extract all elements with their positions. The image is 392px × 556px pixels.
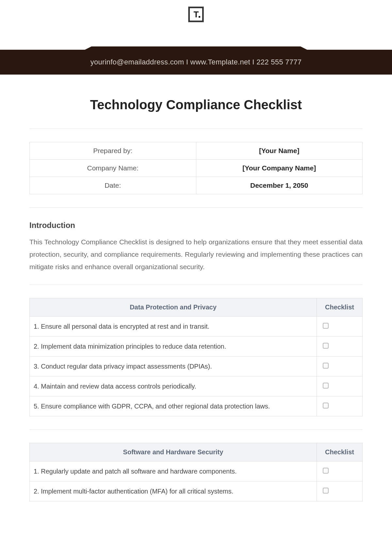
- table-row: 4. Maintain and review data access contr…: [30, 376, 363, 396]
- banner-phone: 222 555 7777: [256, 58, 302, 66]
- checkbox-icon[interactable]: [323, 343, 329, 349]
- checklist-cell: [317, 376, 363, 396]
- column-header: Checklist: [317, 298, 363, 317]
- checklist-item-text: 1. Ensure all personal data is encrypted…: [30, 317, 317, 337]
- checklist-cell: [317, 481, 363, 501]
- table-row: 2. Implement multi-factor authentication…: [30, 481, 363, 501]
- meta-value: December 1, 2050: [196, 177, 363, 194]
- divider: [29, 429, 363, 430]
- table-row: Company Name: [Your Company Name]: [30, 160, 363, 177]
- table-header-row: Data Protection and Privacy Checklist: [30, 298, 363, 317]
- logo-letter: T: [190, 8, 202, 21]
- checklist-item-text: 1. Regularly update and patch all softwa…: [30, 461, 317, 481]
- checklist-cell: [317, 337, 363, 356]
- divider: [29, 129, 363, 129]
- checkbox-icon[interactable]: [323, 323, 329, 329]
- divider: [29, 207, 363, 208]
- intro-heading: Introduction: [29, 221, 363, 230]
- banner-email: yourinfo@emailaddress.com: [90, 58, 184, 66]
- logo-area: T: [0, 0, 392, 37]
- checkbox-icon[interactable]: [323, 363, 329, 369]
- table-row: 3. Conduct regular data privacy impact a…: [30, 356, 363, 376]
- column-header: Data Protection and Privacy: [30, 298, 317, 317]
- checkbox-icon[interactable]: [323, 488, 329, 494]
- header-banner: yourinfo@emailaddress.com I www.Template…: [0, 50, 392, 75]
- checkbox-icon[interactable]: [323, 403, 329, 408]
- meta-label: Prepared by:: [30, 142, 196, 160]
- checklist-item-text: 3. Conduct regular data privacy impact a…: [30, 356, 317, 376]
- banner-sep: I: [184, 58, 190, 66]
- banner-sep2: I: [250, 58, 256, 66]
- checklist-item-text: 5. Ensure compliance with GDPR, CCPA, an…: [30, 396, 317, 416]
- checklist-cell: [317, 461, 363, 481]
- checklist-table-2: Software and Hardware Security Checklist…: [29, 443, 363, 501]
- table-row: 1. Ensure all personal data is encrypted…: [30, 317, 363, 337]
- banner-contact-line: yourinfo@emailaddress.com I www.Template…: [90, 58, 302, 66]
- checklist-cell: [317, 317, 363, 337]
- column-header: Software and Hardware Security: [30, 443, 317, 461]
- checklist-item-text: 4. Maintain and review data access contr…: [30, 376, 317, 396]
- table-row: 5. Ensure compliance with GDPR, CCPA, an…: [30, 396, 363, 416]
- meta-table: Prepared by: [Your Name] Company Name: […: [29, 142, 363, 194]
- table-row: 1. Regularly update and patch all softwa…: [30, 461, 363, 481]
- banner-notch-right: [301, 46, 307, 50]
- checklist-cell: [317, 396, 363, 416]
- checkbox-icon[interactable]: [323, 383, 329, 389]
- meta-label: Date:: [30, 177, 196, 194]
- table-row: 2. Implement data minimization principle…: [30, 337, 363, 356]
- checklist-item-text: 2. Implement data minimization principle…: [30, 337, 317, 356]
- logo-icon: T: [188, 7, 204, 22]
- column-header: Checklist: [317, 443, 363, 461]
- checklist-cell: [317, 356, 363, 376]
- meta-label: Company Name:: [30, 160, 196, 177]
- banner-notch-left: [85, 46, 91, 50]
- table-row: Date: December 1, 2050: [30, 177, 363, 194]
- intro-body: This Technology Compliance Checklist is …: [29, 236, 363, 273]
- checklist-table-1: Data Protection and Privacy Checklist 1.…: [29, 298, 363, 416]
- table-row: Prepared by: [Your Name]: [30, 142, 363, 160]
- table-header-row: Software and Hardware Security Checklist: [30, 443, 363, 461]
- meta-value: [Your Company Name]: [196, 160, 363, 177]
- checkbox-icon[interactable]: [323, 468, 329, 474]
- checklist-item-text: 2. Implement multi-factor authentication…: [30, 481, 317, 501]
- banner-site: www.Template.net: [190, 58, 250, 66]
- page-title: Technology Compliance Checklist: [29, 97, 363, 112]
- meta-value: [Your Name]: [196, 142, 363, 160]
- divider: [29, 285, 363, 285]
